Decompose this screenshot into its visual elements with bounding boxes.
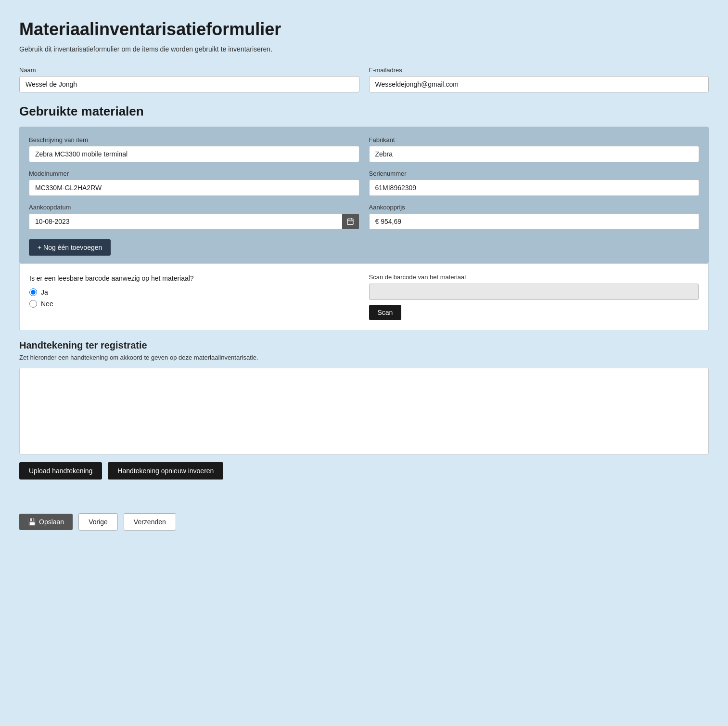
serienummer-label: Serienummer <box>369 170 700 177</box>
save-button[interactable]: 💾 Opslaan <box>19 514 73 530</box>
add-item-button[interactable]: + Nog één toevoegen <box>29 239 111 256</box>
page-title: Materiaalinventarisatieformulier <box>19 19 709 39</box>
fabrikant-input[interactable] <box>369 146 700 162</box>
materials-section: Beschrijving van item Fabrikant Modelnum… <box>19 127 709 263</box>
scan-barcode-label: Scan de barcode van het materiaal <box>369 273 699 281</box>
page-subtitle: Gebruik dit inventarisatieformulier om d… <box>19 45 709 53</box>
naam-input[interactable] <box>19 76 359 92</box>
serienummer-input[interactable] <box>369 180 700 196</box>
prev-button[interactable]: Vorige <box>78 513 118 531</box>
svg-rect-0 <box>347 219 353 225</box>
modelnummer-input[interactable] <box>29 180 359 196</box>
radio-no-label[interactable]: Nee <box>29 300 359 308</box>
email-label: E-mailadres <box>369 66 709 74</box>
signature-title: Handtekening ter registratie <box>19 340 709 351</box>
email-input[interactable] <box>369 76 709 92</box>
reset-signature-button[interactable]: Handtekening opnieuw invoeren <box>108 462 223 480</box>
aankoopprijs-label: Aankoopprijs <box>369 204 700 211</box>
radio-no-text: Nee <box>41 300 53 308</box>
save-button-label: Opslaan <box>39 518 64 526</box>
radio-yes[interactable] <box>29 288 37 296</box>
signature-buttons: Upload handtekening Handtekening opnieuw… <box>19 462 709 480</box>
scan-button[interactable]: Scan <box>369 305 402 320</box>
signature-subtitle: Zet hieronder een handtekening om akkoor… <box>19 354 709 361</box>
modelnummer-label: Modelnummer <box>29 170 359 177</box>
aankoopdatum-label: Aankoopdatum <box>29 204 359 211</box>
item-description-input[interactable] <box>29 146 359 162</box>
radio-yes-label[interactable]: Ja <box>29 288 359 296</box>
barcode-section: Is er een leesbare barcode aanwezig op h… <box>19 263 709 330</box>
materials-section-title: Gebruikte materialen <box>19 104 709 119</box>
barcode-input[interactable] <box>369 284 699 300</box>
fabrikant-label: Fabrikant <box>369 136 700 143</box>
save-icon: 💾 <box>28 518 36 526</box>
calendar-icon <box>346 218 354 225</box>
upload-signature-button[interactable]: Upload handtekening <box>19 462 102 480</box>
barcode-radio-group: Ja Nee <box>29 288 359 308</box>
signature-canvas[interactable] <box>19 368 709 454</box>
barcode-question: Is er een leesbare barcode aanwezig op h… <box>29 273 359 284</box>
radio-no[interactable] <box>29 300 37 308</box>
footer-buttons: 💾 Opslaan Vorige Verzenden <box>19 513 709 531</box>
aankoopdatum-input[interactable] <box>29 213 359 230</box>
aankoopprijs-input[interactable] <box>369 213 700 230</box>
naam-label: Naam <box>19 66 359 74</box>
send-button[interactable]: Verzenden <box>124 513 176 531</box>
item-description-label: Beschrijving van item <box>29 136 359 143</box>
radio-yes-text: Ja <box>41 288 48 296</box>
calendar-icon-btn[interactable] <box>342 213 359 230</box>
signature-section: Handtekening ter registratie Zet hierond… <box>19 330 709 508</box>
